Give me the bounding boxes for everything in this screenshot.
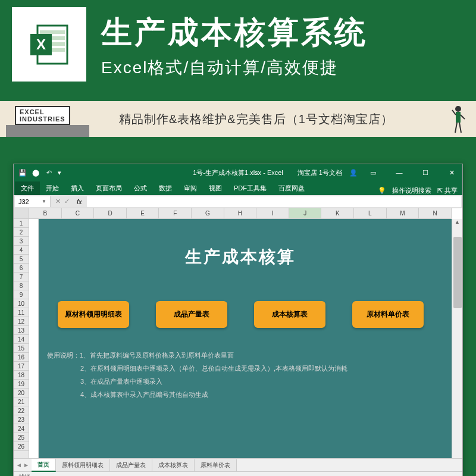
row-header-5[interactable]: 5 xyxy=(14,255,29,264)
tell-me[interactable]: 操作说明搜索 xyxy=(392,186,431,195)
sheet-nav-prev-icon[interactable]: ◄ xyxy=(16,462,22,468)
row-header-12[interactable]: 12 xyxy=(14,317,29,326)
row-header-13[interactable]: 13 xyxy=(14,326,29,335)
sheet-nav-next-icon[interactable]: ► xyxy=(23,462,29,468)
column-header-K[interactable]: K xyxy=(321,208,354,218)
column-header-C[interactable]: C xyxy=(62,208,95,218)
column-header-D[interactable]: D xyxy=(94,208,127,218)
ribbon-tabs: 文件 开始 插入 页面布局 公式 数据 审阅 视图 PDF工具集 百度网盘 💡 … xyxy=(14,181,462,195)
svg-line-11 xyxy=(455,123,457,133)
nav-button-output[interactable]: 成品产量表 xyxy=(156,301,227,328)
column-header-E[interactable]: E xyxy=(127,208,159,218)
row-header-15[interactable]: 15 xyxy=(14,344,29,353)
row-header-20[interactable]: 20 xyxy=(14,389,29,397)
tab-insert[interactable]: 插入 xyxy=(65,181,90,195)
instruction-2: 2、在原料领用明细表中逐项录入（单价、总价自动生成无需录入）,本表格领用即默认为… xyxy=(47,362,452,375)
nav-button-price[interactable]: 原材料单价表 xyxy=(352,301,424,328)
user-icon[interactable]: 👤 xyxy=(349,168,358,177)
excel-logo-box: X xyxy=(12,7,86,82)
row-header-11[interactable]: 11 xyxy=(14,308,29,317)
ribbon-display-icon[interactable]: ▭ xyxy=(362,164,384,181)
nav-button-row: 原材料领用明细表 成品产量表 成本核算表 原材料单价表 xyxy=(29,301,452,328)
sheet-tab-cost[interactable]: 成本核算表 xyxy=(152,459,195,471)
column-header-I[interactable]: I xyxy=(256,208,289,218)
autosave-toggle[interactable]: ⬤ xyxy=(32,168,40,177)
row-header-2[interactable]: 2 xyxy=(14,228,29,237)
svg-text:X: X xyxy=(36,36,45,52)
tab-formulas[interactable]: 公式 xyxy=(128,181,153,195)
maximize-button[interactable]: ☐ xyxy=(415,164,436,181)
scrollbar-thumb[interactable] xyxy=(453,237,462,308)
column-headers: BCDEFGHIJKLMN xyxy=(29,208,452,219)
sheet-tab-materials[interactable]: 原料领用明细表 xyxy=(56,459,110,471)
row-header-22[interactable]: 22 xyxy=(14,406,29,415)
row-header-4[interactable]: 4 xyxy=(14,246,29,255)
share-button[interactable]: ⇱ 共享 xyxy=(437,186,458,195)
select-all-corner[interactable] xyxy=(14,208,29,219)
svg-point-7 xyxy=(455,106,461,112)
row-header-18[interactable]: 18 xyxy=(14,371,29,380)
banner-strip: EXCELINDUSTRIES 精品制作&表格维护&完美售后（1号文档淘宝店） xyxy=(0,101,476,137)
row-header-21[interactable]: 21 xyxy=(14,397,29,406)
row-header-9[interactable]: 9 xyxy=(14,290,29,299)
sheet-tab-output[interactable]: 成品产量表 xyxy=(110,459,152,471)
row-header-1[interactable]: 1 xyxy=(14,219,29,228)
tab-file[interactable]: 文件 xyxy=(15,181,40,195)
column-header-N[interactable]: N xyxy=(419,208,452,218)
document-title: 1号-生产成本核算1.xlsx - Excel xyxy=(193,168,283,177)
cancel-formula-icon[interactable]: ✕ xyxy=(55,198,61,205)
tab-baidu[interactable]: 百度网盘 xyxy=(273,181,311,195)
formula-bar: J32 ▼ ✕ ✓ fx xyxy=(14,195,462,208)
sheet-tab-home[interactable]: 首页 xyxy=(32,459,56,472)
tab-review[interactable]: 审阅 xyxy=(178,181,203,195)
status-text: 就绪 xyxy=(18,474,30,476)
sheet-tab-price[interactable]: 原料单价表 xyxy=(195,459,237,471)
row-header-25[interactable]: 25 xyxy=(14,433,29,442)
column-header-M[interactable]: M xyxy=(387,208,419,218)
row-header-10[interactable]: 10 xyxy=(14,299,29,308)
industries-building: EXCELINDUSTRIES xyxy=(6,101,101,137)
tab-data[interactable]: 数据 xyxy=(153,181,178,195)
fx-icon[interactable]: fx xyxy=(73,198,86,205)
undo-icon[interactable]: ↶ xyxy=(45,168,53,177)
column-header-B[interactable]: B xyxy=(29,208,62,218)
column-header-F[interactable]: F xyxy=(159,208,192,218)
tab-pdf[interactable]: PDF工具集 xyxy=(228,181,273,195)
save-icon[interactable]: 💾 xyxy=(18,168,27,177)
instructions-block: 使用说明：1、首先把原料编号及原料价格录入到原料单价表里面 2、在原料领用明细表… xyxy=(29,349,452,401)
row-header-26[interactable]: 26 xyxy=(14,442,29,451)
row-header-14[interactable]: 14 xyxy=(14,335,29,344)
tab-view[interactable]: 视图 xyxy=(203,181,228,195)
row-header-6[interactable]: 6 xyxy=(14,264,29,273)
row-header-3[interactable]: 3 xyxy=(14,237,29,246)
column-header-J[interactable]: J xyxy=(289,208,322,218)
qat-more[interactable]: ▾ xyxy=(58,169,61,177)
name-box-dropdown-icon[interactable]: ▼ xyxy=(42,199,46,204)
row-header-17[interactable]: 17 xyxy=(14,362,29,371)
vertical-scrollbar[interactable]: ▲ xyxy=(452,219,462,458)
row-header-16[interactable]: 16 xyxy=(14,353,29,362)
column-header-G[interactable]: G xyxy=(192,208,224,218)
enter-formula-icon[interactable]: ✓ xyxy=(64,198,70,205)
lightbulb-icon: 💡 xyxy=(378,187,386,195)
name-box[interactable]: J32 ▼ xyxy=(15,196,51,207)
row-header-8[interactable]: 8 xyxy=(14,281,29,290)
sheet-main-title: 生产成本核算 xyxy=(29,246,452,268)
row-header-24[interactable]: 24 xyxy=(14,424,29,433)
instruction-4: 4、成本核算表中录入产品编号其他自动生成 xyxy=(47,388,452,401)
row-headers: 1234567891011121314151617181920212223242… xyxy=(14,219,29,458)
row-header-19[interactable]: 19 xyxy=(14,380,29,389)
close-button[interactable]: ✕ xyxy=(441,164,462,181)
tab-layout[interactable]: 页面布局 xyxy=(90,181,128,195)
nav-button-materials-detail[interactable]: 原材料领用明细表 xyxy=(58,301,129,328)
column-header-H[interactable]: H xyxy=(224,208,257,218)
person-illustration xyxy=(449,104,467,134)
tab-home[interactable]: 开始 xyxy=(40,181,65,195)
minimize-button[interactable]: — xyxy=(389,164,410,181)
nav-button-cost[interactable]: 成本核算表 xyxy=(254,301,325,328)
shop-label: 淘宝店 1号文档 xyxy=(295,168,345,177)
column-header-L[interactable]: L xyxy=(354,208,387,218)
formula-input[interactable] xyxy=(87,196,461,207)
row-header-7[interactable]: 7 xyxy=(14,273,29,281)
row-header-23[interactable]: 23 xyxy=(14,415,29,424)
